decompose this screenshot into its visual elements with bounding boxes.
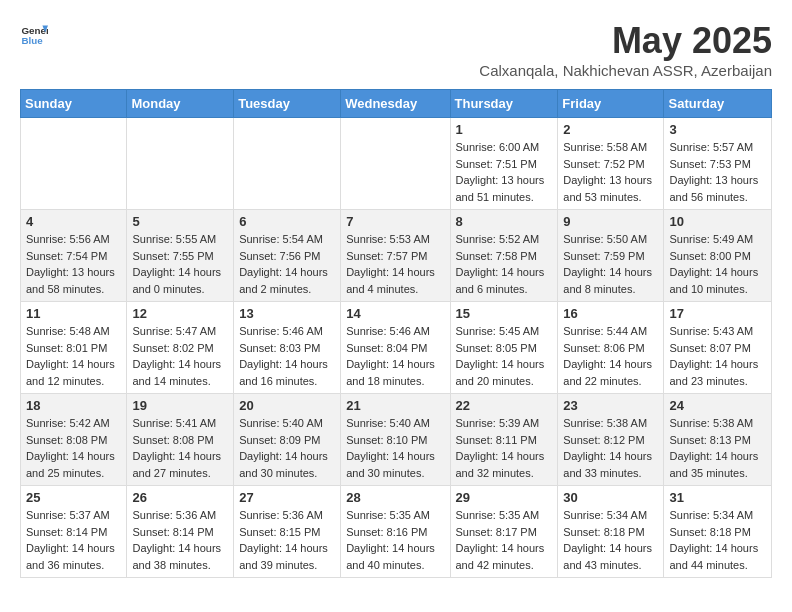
daylight-text: Daylight: 14 hours and 25 minutes. [26, 450, 115, 479]
title-area: May 2025 Calxanqala, Nakhichevan ASSR, A… [479, 20, 772, 79]
day-number: 29 [456, 490, 553, 505]
calendar-cell-week4-day2: 20 Sunrise: 5:40 AM Sunset: 8:09 PM Dayl… [234, 394, 341, 486]
day-info: Sunrise: 5:38 AM Sunset: 8:12 PM Dayligh… [563, 415, 658, 481]
daylight-text: Daylight: 14 hours and 39 minutes. [239, 542, 328, 571]
sunrise-text: Sunrise: 5:43 AM [669, 325, 753, 337]
sunrise-text: Sunrise: 5:39 AM [456, 417, 540, 429]
daylight-text: Daylight: 14 hours and 8 minutes. [563, 266, 652, 295]
daylight-text: Daylight: 14 hours and 20 minutes. [456, 358, 545, 387]
daylight-text: Daylight: 13 hours and 56 minutes. [669, 174, 758, 203]
sunset-text: Sunset: 8:07 PM [669, 342, 750, 354]
week-row-3: 11 Sunrise: 5:48 AM Sunset: 8:01 PM Dayl… [21, 302, 772, 394]
sunset-text: Sunset: 8:09 PM [239, 434, 320, 446]
daylight-text: Daylight: 14 hours and 35 minutes. [669, 450, 758, 479]
sunrise-text: Sunrise: 5:41 AM [132, 417, 216, 429]
day-number: 13 [239, 306, 335, 321]
daylight-text: Daylight: 14 hours and 10 minutes. [669, 266, 758, 295]
day-number: 27 [239, 490, 335, 505]
sunset-text: Sunset: 7:59 PM [563, 250, 644, 262]
sunset-text: Sunset: 8:01 PM [26, 342, 107, 354]
calendar-cell-week4-day6: 24 Sunrise: 5:38 AM Sunset: 8:13 PM Dayl… [664, 394, 772, 486]
daylight-text: Daylight: 14 hours and 18 minutes. [346, 358, 435, 387]
daylight-text: Daylight: 14 hours and 6 minutes. [456, 266, 545, 295]
day-number: 21 [346, 398, 444, 413]
sunrise-text: Sunrise: 5:53 AM [346, 233, 430, 245]
day-number: 14 [346, 306, 444, 321]
daylight-text: Daylight: 14 hours and 44 minutes. [669, 542, 758, 571]
daylight-text: Daylight: 14 hours and 40 minutes. [346, 542, 435, 571]
week-row-4: 18 Sunrise: 5:42 AM Sunset: 8:08 PM Dayl… [21, 394, 772, 486]
sunset-text: Sunset: 8:06 PM [563, 342, 644, 354]
sunrise-text: Sunrise: 5:54 AM [239, 233, 323, 245]
daylight-text: Daylight: 14 hours and 22 minutes. [563, 358, 652, 387]
day-number: 23 [563, 398, 658, 413]
day-number: 30 [563, 490, 658, 505]
day-number: 20 [239, 398, 335, 413]
day-number: 25 [26, 490, 121, 505]
day-number: 8 [456, 214, 553, 229]
day-number: 15 [456, 306, 553, 321]
daylight-text: Daylight: 14 hours and 42 minutes. [456, 542, 545, 571]
calendar-cell-week1-day5: 2 Sunrise: 5:58 AM Sunset: 7:52 PM Dayli… [558, 118, 664, 210]
day-info: Sunrise: 5:45 AM Sunset: 8:05 PM Dayligh… [456, 323, 553, 389]
calendar-cell-week5-day2: 27 Sunrise: 5:36 AM Sunset: 8:15 PM Dayl… [234, 486, 341, 578]
daylight-text: Daylight: 14 hours and 43 minutes. [563, 542, 652, 571]
sunset-text: Sunset: 7:55 PM [132, 250, 213, 262]
sunrise-text: Sunrise: 5:45 AM [456, 325, 540, 337]
sunset-text: Sunset: 8:13 PM [669, 434, 750, 446]
daylight-text: Daylight: 14 hours and 30 minutes. [346, 450, 435, 479]
sunset-text: Sunset: 8:02 PM [132, 342, 213, 354]
day-info: Sunrise: 5:49 AM Sunset: 8:00 PM Dayligh… [669, 231, 766, 297]
day-info: Sunrise: 5:36 AM Sunset: 8:15 PM Dayligh… [239, 507, 335, 573]
sunrise-text: Sunrise: 5:58 AM [563, 141, 647, 153]
day-info: Sunrise: 5:37 AM Sunset: 8:14 PM Dayligh… [26, 507, 121, 573]
day-number: 12 [132, 306, 228, 321]
daylight-text: Daylight: 14 hours and 36 minutes. [26, 542, 115, 571]
header-tuesday: Tuesday [234, 90, 341, 118]
day-number: 17 [669, 306, 766, 321]
week-row-2: 4 Sunrise: 5:56 AM Sunset: 7:54 PM Dayli… [21, 210, 772, 302]
day-info: Sunrise: 5:56 AM Sunset: 7:54 PM Dayligh… [26, 231, 121, 297]
daylight-text: Daylight: 13 hours and 58 minutes. [26, 266, 115, 295]
sunrise-text: Sunrise: 5:36 AM [239, 509, 323, 521]
daylight-text: Daylight: 13 hours and 51 minutes. [456, 174, 545, 203]
sunrise-text: Sunrise: 5:56 AM [26, 233, 110, 245]
day-number: 16 [563, 306, 658, 321]
header: General Blue May 2025 Calxanqala, Nakhic… [20, 20, 772, 79]
sunset-text: Sunset: 8:03 PM [239, 342, 320, 354]
day-info: Sunrise: 5:42 AM Sunset: 8:08 PM Dayligh… [26, 415, 121, 481]
day-info: Sunrise: 5:50 AM Sunset: 7:59 PM Dayligh… [563, 231, 658, 297]
day-number: 18 [26, 398, 121, 413]
day-number: 22 [456, 398, 553, 413]
sunrise-text: Sunrise: 6:00 AM [456, 141, 540, 153]
sunset-text: Sunset: 8:08 PM [26, 434, 107, 446]
svg-text:Blue: Blue [21, 35, 43, 46]
day-info: Sunrise: 5:38 AM Sunset: 8:13 PM Dayligh… [669, 415, 766, 481]
sunset-text: Sunset: 8:10 PM [346, 434, 427, 446]
sunset-text: Sunset: 8:16 PM [346, 526, 427, 538]
day-info: Sunrise: 5:54 AM Sunset: 7:56 PM Dayligh… [239, 231, 335, 297]
day-number: 9 [563, 214, 658, 229]
header-saturday: Saturday [664, 90, 772, 118]
daylight-text: Daylight: 14 hours and 30 minutes. [239, 450, 328, 479]
sunrise-text: Sunrise: 5:38 AM [563, 417, 647, 429]
day-info: Sunrise: 5:39 AM Sunset: 8:11 PM Dayligh… [456, 415, 553, 481]
calendar-table: Sunday Monday Tuesday Wednesday Thursday… [20, 89, 772, 578]
sunset-text: Sunset: 7:58 PM [456, 250, 537, 262]
sunset-text: Sunset: 7:51 PM [456, 158, 537, 170]
day-number: 10 [669, 214, 766, 229]
day-info: Sunrise: 5:44 AM Sunset: 8:06 PM Dayligh… [563, 323, 658, 389]
week-row-1: 1 Sunrise: 6:00 AM Sunset: 7:51 PM Dayli… [21, 118, 772, 210]
calendar-cell-week5-day6: 31 Sunrise: 5:34 AM Sunset: 8:18 PM Dayl… [664, 486, 772, 578]
sunrise-text: Sunrise: 5:34 AM [563, 509, 647, 521]
calendar-cell-week2-day2: 6 Sunrise: 5:54 AM Sunset: 7:56 PM Dayli… [234, 210, 341, 302]
calendar-cell-week3-day2: 13 Sunrise: 5:46 AM Sunset: 8:03 PM Dayl… [234, 302, 341, 394]
weekday-header-row: Sunday Monday Tuesday Wednesday Thursday… [21, 90, 772, 118]
sunset-text: Sunset: 7:53 PM [669, 158, 750, 170]
sunrise-text: Sunrise: 5:34 AM [669, 509, 753, 521]
sunset-text: Sunset: 8:14 PM [26, 526, 107, 538]
day-number: 26 [132, 490, 228, 505]
sunset-text: Sunset: 8:12 PM [563, 434, 644, 446]
sunrise-text: Sunrise: 5:49 AM [669, 233, 753, 245]
day-info: Sunrise: 5:58 AM Sunset: 7:52 PM Dayligh… [563, 139, 658, 205]
